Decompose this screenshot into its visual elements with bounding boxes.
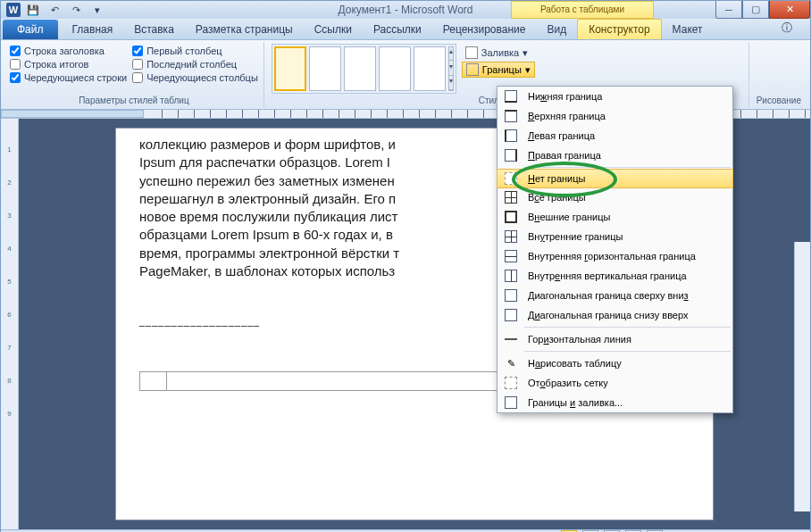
qat-dropdown-icon[interactable]: ▾: [88, 1, 106, 19]
style-thumb-5[interactable]: [414, 46, 446, 91]
table-tools-contextual-label: Работа с таблицами: [511, 1, 654, 19]
mi-all-borders[interactable]: Все границы: [497, 187, 732, 207]
tab-references[interactable]: Ссылки: [304, 20, 363, 39]
tab-file[interactable]: Файл: [3, 20, 58, 39]
menu-separator-3: [524, 351, 731, 352]
mi-inside-borders[interactable]: Внутренние границы: [497, 227, 732, 246]
maximize-button[interactable]: ▢: [742, 1, 769, 19]
mi-inside-vertical[interactable]: Внутренняя вертикальная граница: [497, 266, 732, 286]
vertical-ruler[interactable]: 123456789: [1, 119, 19, 529]
vertical-scrollbar[interactable]: [794, 242, 810, 511]
word-app-icon: W: [6, 3, 21, 17]
mi-inside-horizontal[interactable]: Внутренняя горизонтальная граница: [497, 246, 732, 266]
tab-layout[interactable]: Макет: [662, 20, 714, 39]
group-label-style-options: Параметры стилей таблиц: [10, 94, 258, 105]
mi-diagonal-down[interactable]: Диагональная граница сверху вниз: [497, 286, 732, 305]
menu-separator-2: [524, 327, 731, 328]
mi-view-gridlines[interactable]: Отобразить сетку: [497, 373, 732, 393]
borders-menu: Нижняя граница Верхняя граница Левая гра…: [497, 86, 733, 413]
title-bar: W 💾 ↶ ↷ ▾ Документ1 - Microsoft Word Раб…: [1, 1, 810, 19]
style-thumb-3[interactable]: [344, 46, 376, 91]
chk-total-row[interactable]: Строка итогов: [10, 59, 127, 70]
shading-button[interactable]: Заливка ▾: [462, 46, 535, 60]
close-button[interactable]: ✕: [769, 1, 810, 19]
mi-borders-and-shading[interactable]: Границы и заливка...: [497, 393, 732, 412]
tab-view[interactable]: Вид: [536, 20, 577, 39]
tab-design[interactable]: Конструктор: [577, 19, 661, 39]
style-thumb-2[interactable]: [309, 46, 341, 91]
mi-horizontal-line[interactable]: Горизонтальная линия: [497, 329, 732, 349]
save-icon[interactable]: 💾: [24, 1, 42, 19]
chk-banded-cols[interactable]: Чередующиеся столбцы: [132, 72, 258, 83]
style-thumb-4[interactable]: [379, 46, 411, 91]
chk-banded-rows[interactable]: Чередующиеся строки: [10, 72, 127, 83]
tab-page-layout[interactable]: Разметка страницы: [185, 20, 304, 39]
tab-review[interactable]: Рецензирование: [432, 20, 537, 39]
group-draw-borders: Рисование: [751, 42, 807, 107]
minimize-button[interactable]: ─: [715, 1, 742, 19]
mi-diagonal-up[interactable]: Диагональная граница снизу вверх: [497, 305, 732, 325]
mi-draw-table[interactable]: ✎Нарисовать таблицу: [497, 353, 732, 373]
redo-icon[interactable]: ↷: [67, 1, 85, 19]
chk-last-col[interactable]: Последний столбец: [132, 59, 258, 70]
tab-mailings[interactable]: Рассылки: [363, 20, 432, 39]
table-style-gallery[interactable]: ▴▾▾: [272, 44, 456, 94]
group-table-style-options: Строка заголовка Строка итогов Чередующи…: [4, 42, 264, 107]
tab-insert[interactable]: Вставка: [123, 20, 185, 39]
tab-home[interactable]: Главная: [62, 20, 124, 39]
chk-first-col[interactable]: Первый столбец: [132, 46, 258, 56]
mi-left-border[interactable]: Левая граница: [497, 126, 732, 145]
menu-separator-1: [524, 167, 731, 168]
window-title: Документ1 - Microsoft Word: [338, 4, 472, 16]
style-thumb-1[interactable]: [274, 46, 306, 91]
mi-outside-borders[interactable]: Внешние границы: [497, 207, 732, 227]
mi-top-border[interactable]: Верхняя граница: [497, 106, 732, 126]
mi-right-border[interactable]: Правая граница: [497, 145, 732, 165]
chk-header-row[interactable]: Строка заголовка: [10, 46, 127, 56]
borders-button[interactable]: Границы ▾: [462, 62, 535, 78]
mi-no-border[interactable]: Нет границы: [497, 169, 733, 188]
gallery-scroll[interactable]: ▴▾▾: [448, 46, 454, 91]
group-label-draw: Рисование: [757, 94, 801, 105]
undo-icon[interactable]: ↶: [46, 1, 63, 19]
mi-bottom-border[interactable]: Нижняя граница: [497, 87, 732, 106]
ribbon-tabs: Файл Главная Вставка Разметка страницы С…: [1, 19, 810, 40]
help-icon[interactable]: ⓘ: [771, 17, 803, 39]
